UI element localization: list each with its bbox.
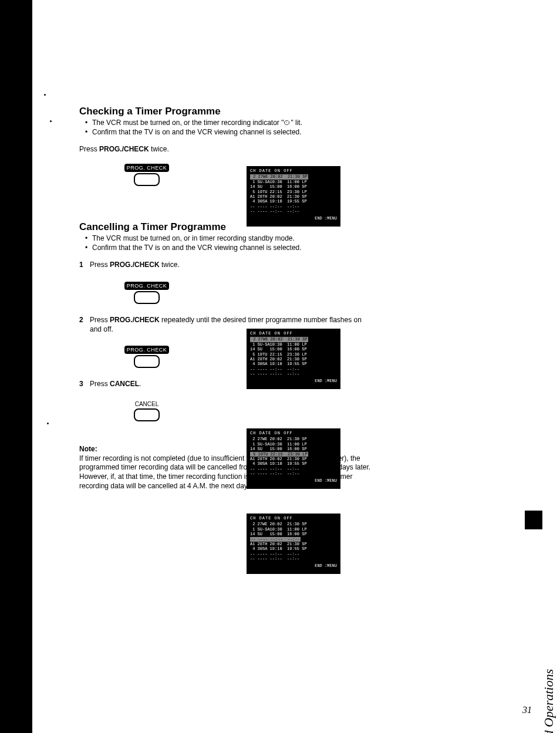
screen-cancel-1: CH DATE ON OFF 2 27WE 20:02 21:30 SP 1 S… bbox=[247, 329, 340, 389]
bullets-cancelling: The VCR must be turned on, or in timer r… bbox=[79, 234, 373, 252]
screen-footer: END :MENU bbox=[250, 563, 337, 568]
screen-row: -- ---- --:-- --:-- bbox=[250, 209, 337, 214]
screen-row: 4 30SA 19:10 19:55 SP bbox=[250, 546, 337, 551]
button-icon bbox=[134, 173, 160, 186]
screen-footer: END :MENU bbox=[250, 379, 337, 383]
screen-row: 4 30SA 19:10 19:55 SP bbox=[250, 199, 337, 204]
page: Checking a Timer Programme The VCR must … bbox=[32, 0, 560, 733]
button-label: PROG. CHECK bbox=[124, 164, 170, 172]
screen-row: -- ---- --:-- --:-- bbox=[250, 556, 337, 561]
bullet-item: Confirm that the TV is on and the VCR vi… bbox=[85, 244, 373, 253]
heading-checking: Checking a Timer Programme bbox=[79, 106, 373, 117]
screen-row: 1 SU-SA10:30 11:00 LP bbox=[250, 342, 337, 347]
screen-cancel-2: CH DATE ON OFF 2 27WE 20:02 21:30 SP 1 S… bbox=[247, 428, 340, 489]
screen-row: -- ---- --:-- --:-- bbox=[250, 552, 337, 556]
step-number: 1 bbox=[79, 261, 90, 269]
bullets-checking: The VCR must be turned on, or the timer … bbox=[79, 119, 373, 137]
prog-check-button-diagram: PROG. CHECK bbox=[123, 282, 170, 304]
scan-artifact bbox=[44, 94, 46, 96]
screen-row: 2 27WE 20:02 21:30 SP bbox=[250, 437, 337, 441]
instruction-checking: Press PROG./CHECK twice. bbox=[79, 145, 373, 153]
screen-row: -- ---- --:-- --:-- bbox=[250, 204, 337, 209]
page-number: 31 bbox=[522, 705, 532, 715]
button-icon bbox=[134, 291, 160, 304]
screen-row: 14 SU 15:00 16:00 SP bbox=[250, 347, 337, 352]
screen-header: CH DATE ON OFF bbox=[250, 331, 337, 336]
screen-row: 2 27WE 20:02 21:30 SP bbox=[250, 522, 337, 526]
button-label: PROG. CHECK bbox=[124, 282, 170, 290]
screen-row: A1 28TH 20:02 21:30 SP bbox=[250, 457, 337, 461]
screen-row-highlight: 5 19TU 22:15 23:30 LP bbox=[250, 452, 308, 457]
screen-row-highlight: 2 27WE 20:02 21:30 SP bbox=[250, 174, 308, 179]
scan-artifact bbox=[47, 423, 49, 424]
screen-check: CH DATE ON OFF 2 27WE 20:02 21:30 SP 1 S… bbox=[247, 166, 340, 227]
bullet-item: The VCR must be turned on, or in timer r… bbox=[85, 234, 373, 244]
screen-row: 1 SU-SA10:30 11:00 LP bbox=[250, 527, 337, 532]
screen-row: 5 19TU 22:15 23:30 LP bbox=[250, 352, 337, 357]
button-label: CANCEL bbox=[135, 401, 159, 407]
screen-header: CH DATE ON OFF bbox=[250, 168, 337, 173]
button-icon bbox=[134, 355, 160, 368]
step-1: 1 Press PROG./CHECK twice. bbox=[79, 261, 373, 270]
screen-row: A1 28TH 20:02 21:30 SP bbox=[250, 357, 337, 362]
scan-artifact bbox=[50, 120, 52, 122]
screen-row: -- ---- --:-- --:-- bbox=[250, 371, 337, 376]
bullet-item: The VCR must be turned on, or the timer … bbox=[85, 119, 373, 128]
button-label: PROG. CHECK bbox=[124, 346, 170, 354]
screen-row: 1 SU-SA10:30 11:00 LP bbox=[250, 442, 337, 447]
prog-check-button-diagram: PROG. CHECK bbox=[123, 164, 170, 186]
button-icon bbox=[134, 408, 160, 421]
screen-row: -- ---- --:-- --:-- bbox=[250, 471, 337, 476]
screen-row: A1 28TH 20:02 21:30 SP bbox=[250, 542, 337, 546]
screen-row: -- ---- --:-- --:-- bbox=[250, 367, 337, 371]
cancel-button-diagram: CANCEL bbox=[123, 401, 170, 421]
screen-header: CH DATE ON OFF bbox=[250, 516, 337, 521]
side-section-label: Advanced Operations bbox=[541, 669, 556, 733]
screen-row: 14 SU 15:00 16:00 SP bbox=[250, 184, 337, 189]
screen-header: CH DATE ON OFF bbox=[250, 431, 337, 435]
step-text: Press PROG./CHECK twice. bbox=[90, 261, 373, 270]
bullet-item: Confirm that the TV is on and the VCR vi… bbox=[85, 128, 373, 137]
screen-row: -- ---- --:-- --:-- bbox=[250, 467, 337, 471]
screen-row-highlight: 2 27WE 20:02 21:30 SP bbox=[250, 337, 308, 342]
side-tab-marker bbox=[525, 511, 542, 529]
step-number: 3 bbox=[79, 380, 90, 388]
screen-footer: END :MENU bbox=[250, 216, 337, 221]
screen-row: 5 19TU 22:15 23:30 LP bbox=[250, 190, 337, 194]
screen-row: 14 SU 15:00 16:00 SP bbox=[250, 447, 337, 451]
screen-row: 4 30SA 19:10 19:55 SP bbox=[250, 362, 337, 366]
screen-row: 4 30SA 19:10 19:55 SP bbox=[250, 461, 337, 466]
step-number: 2 bbox=[79, 316, 90, 324]
screen-footer: END :MENU bbox=[250, 478, 337, 483]
screen-row: 14 SU 15:00 16:00 SP bbox=[250, 532, 337, 536]
screen-cancel-3: CH DATE ON OFF 2 27WE 20:02 21:30 SP 1 S… bbox=[247, 514, 340, 574]
screen-row: 1 SU-SA10:30 11:00 LP bbox=[250, 180, 337, 184]
prog-check-button-diagram: PROG. CHECK bbox=[123, 346, 170, 368]
section-cancelling: Cancelling a Timer Programme The VCR mus… bbox=[79, 221, 373, 433]
screen-row: A1 28TH 20:02 21:30 SP bbox=[250, 194, 337, 199]
screen-row-highlight: -- ---- --:-- --:-- bbox=[250, 537, 301, 542]
